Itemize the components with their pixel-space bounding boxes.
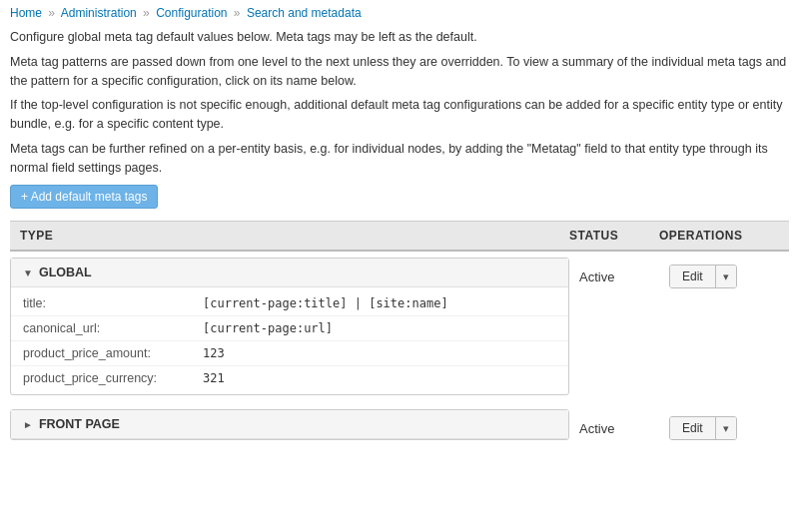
table-header: TYPE STATUS OPERATIONS [10, 221, 789, 252]
header-status: STATUS [559, 229, 649, 243]
ops-cell-global: Edit ▾ [659, 252, 789, 301]
edit-button-group-front-page: Edit ▾ [669, 416, 737, 440]
breadcrumb-config[interactable]: Configuration [156, 6, 227, 20]
config-box-global: ▼ GLOBAL title: [current-page:title] | [… [10, 258, 569, 395]
config-label-front-page: FRONT PAGE [39, 417, 120, 431]
detail-row-price-amount: product_price_amount: 123 [11, 341, 568, 366]
triangle-icon-front-page: ► [23, 419, 33, 430]
detail-label-title: title: [23, 296, 203, 310]
triangle-icon-global: ▼ [23, 267, 33, 278]
breadcrumb-sep-3: » [234, 6, 241, 20]
config-box-front-page: ► FRONT PAGE [10, 409, 569, 440]
breadcrumb-sep-2: » [143, 6, 150, 20]
detail-value-price-currency: 321 [203, 371, 225, 385]
table-row-global: ▼ GLOBAL title: [current-page:title] | [… [10, 252, 789, 401]
detail-label-price-currency: product_price_currency: [23, 371, 203, 385]
detail-row-title: title: [current-page:title] | [site:name… [11, 291, 568, 316]
detail-value-title: [current-page:title] | [site:name] [203, 296, 448, 310]
header-operations: OPERATIONS [649, 229, 779, 243]
status-badge-front-page: Active [579, 421, 614, 436]
add-default-meta-tags-button[interactable]: + Add default meta tags [10, 185, 158, 209]
breadcrumb-admin[interactable]: Administration [61, 6, 137, 20]
desc-1: Configure global meta tag default values… [10, 28, 789, 47]
breadcrumb: Home » Administration » Configuration » … [0, 0, 799, 24]
detail-value-canonical-url: [current-page:url] [203, 321, 333, 335]
edit-dropdown-button-front-page[interactable]: ▾ [716, 417, 736, 439]
description-block: Configure global meta tag default values… [10, 28, 789, 177]
table-row-front-page: ► FRONT PAGE Active Edit ▾ [10, 403, 789, 453]
detail-label-canonical-url: canonical_url: [23, 321, 203, 335]
detail-value-price-amount: 123 [203, 346, 225, 360]
desc-3: If the top-level configuration is not sp… [10, 96, 789, 134]
chevron-down-icon: ▾ [723, 270, 729, 282]
config-box-header-front-page[interactable]: ► FRONT PAGE [11, 410, 568, 439]
breadcrumb-home[interactable]: Home [10, 6, 42, 20]
main-content: Configure global meta tag default values… [0, 24, 799, 465]
detail-row-canonical-url: canonical_url: [current-page:url] [11, 316, 568, 341]
edit-dropdown-button-global[interactable]: ▾ [716, 266, 736, 287]
detail-label-price-amount: product_price_amount: [23, 346, 203, 360]
breadcrumb-sep-1: » [48, 6, 55, 20]
status-cell-front-page: Active [569, 403, 659, 453]
edit-button-group-global: Edit ▾ [669, 265, 737, 288]
edit-button-global[interactable]: Edit [670, 266, 716, 287]
ops-cell-front-page: Edit ▾ [659, 403, 789, 453]
detail-row-price-currency: product_price_currency: 321 [11, 366, 568, 390]
status-badge-global: Active [579, 269, 614, 284]
config-cell-front-page: ► FRONT PAGE [10, 403, 569, 446]
header-type: TYPE [20, 229, 559, 243]
desc-4: Meta tags can be further refined on a pe… [10, 140, 789, 178]
config-box-header-global[interactable]: ▼ GLOBAL [11, 259, 568, 287]
breadcrumb-search-meta[interactable]: Search and metadata [247, 6, 362, 20]
chevron-down-icon-front-page: ▾ [723, 422, 729, 434]
config-label-global: GLOBAL [39, 266, 92, 279]
status-cell-global: Active [569, 252, 659, 301]
config-cell-global: ▼ GLOBAL title: [current-page:title] | [… [10, 252, 569, 401]
config-box-body-global: title: [current-page:title] | [site:name… [11, 287, 568, 394]
desc-2: Meta tag patterns are passed down from o… [10, 53, 789, 91]
edit-button-front-page[interactable]: Edit [670, 417, 716, 439]
